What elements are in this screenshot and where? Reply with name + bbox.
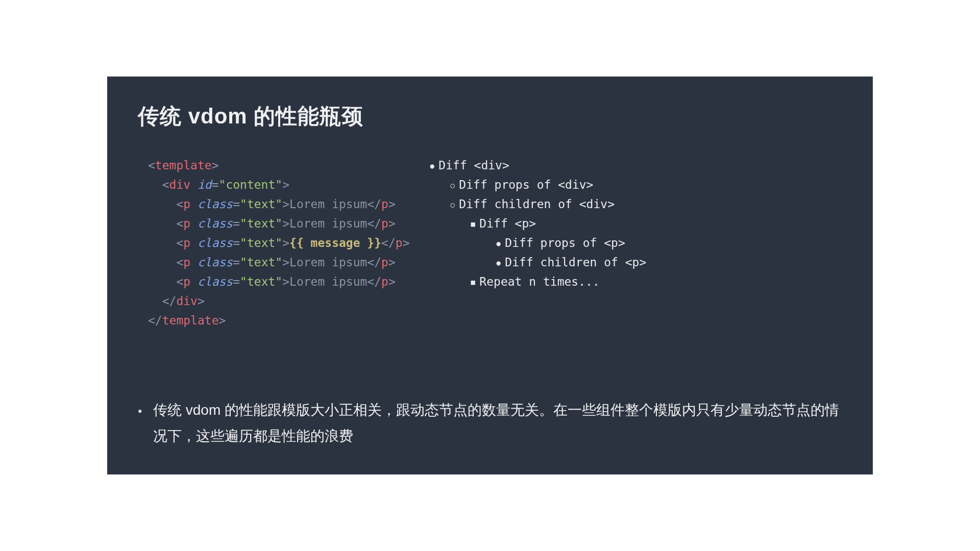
code-block: <template> <div id="content"> <p class="… xyxy=(138,156,409,330)
bullet-lvl3: Diff props of <p> xyxy=(430,234,842,253)
bullet-lvl3: Diff children of <p> xyxy=(430,253,842,272)
bullet-lvl2: Repeat n times... xyxy=(430,272,842,292)
bullet-lvl0: Diff <div> xyxy=(430,156,842,176)
bullet-lvl1: Diff props of <div> xyxy=(430,176,842,195)
slide-title: 传统 vdom 的性能瓶颈 xyxy=(138,102,842,131)
bullet-lvl1: Diff children of <div> xyxy=(430,195,842,214)
bottom-note: 传统 vdom 的性能跟模版大小正相关，跟动态节点的数量无关。在一些组件整个模版… xyxy=(153,397,842,449)
presentation-slide: 传统 vdom 的性能瓶颈 <template> <div id="conten… xyxy=(107,77,873,474)
diff-bullets: Diff <div> Diff props of <div> Diff chil… xyxy=(430,156,842,330)
content-row: <template> <div id="content"> <p class="… xyxy=(138,156,842,330)
bullet-lvl2: Diff <p> xyxy=(430,214,842,234)
